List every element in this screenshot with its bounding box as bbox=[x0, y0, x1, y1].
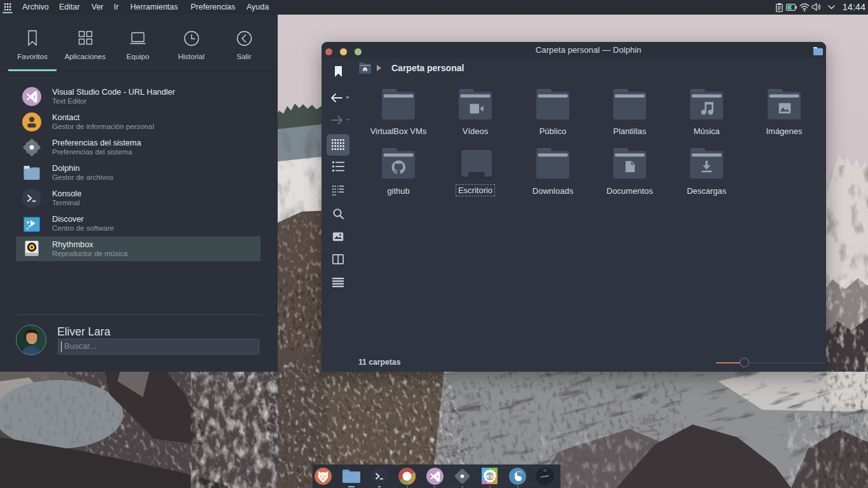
svg-text:12: 12 bbox=[543, 469, 547, 472]
svg-text:KV: KV bbox=[486, 473, 494, 480]
